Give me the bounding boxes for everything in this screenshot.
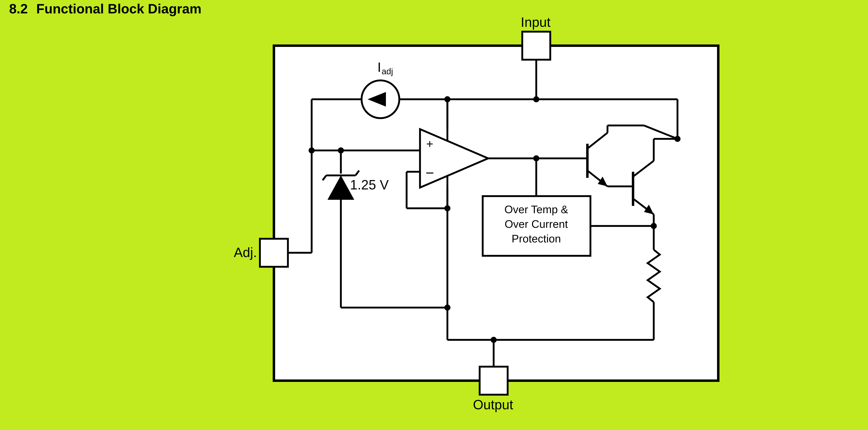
input-pin-label: Input: [521, 15, 551, 30]
adj-pin-pad: [260, 239, 288, 267]
adj-pin-label: Adj.: [234, 245, 257, 260]
output-pin-label: Output: [473, 397, 513, 412]
svg-point-2: [533, 96, 539, 102]
functional-block-diagram: Input Output Adj. I adj: [0, 0, 868, 430]
svg-point-51: [651, 223, 657, 229]
svg-point-12: [309, 147, 315, 153]
svg-point-14: [338, 147, 344, 153]
svg-point-22: [444, 305, 451, 311]
protection-line2: Over Current: [505, 218, 568, 230]
protection-line3: Protection: [512, 232, 561, 245]
input-pin-pad: [522, 32, 550, 60]
iadj-label-letter: I: [377, 60, 381, 75]
opamp-minus-label: −: [426, 165, 434, 181]
output-pin-pad: [479, 367, 508, 395]
protection-line1: Over Temp &: [504, 203, 568, 216]
vref-label: 1.25 V: [350, 177, 389, 192]
opamp-plus-label: +: [426, 137, 433, 151]
iadj-label-sub: adj: [382, 66, 393, 76]
